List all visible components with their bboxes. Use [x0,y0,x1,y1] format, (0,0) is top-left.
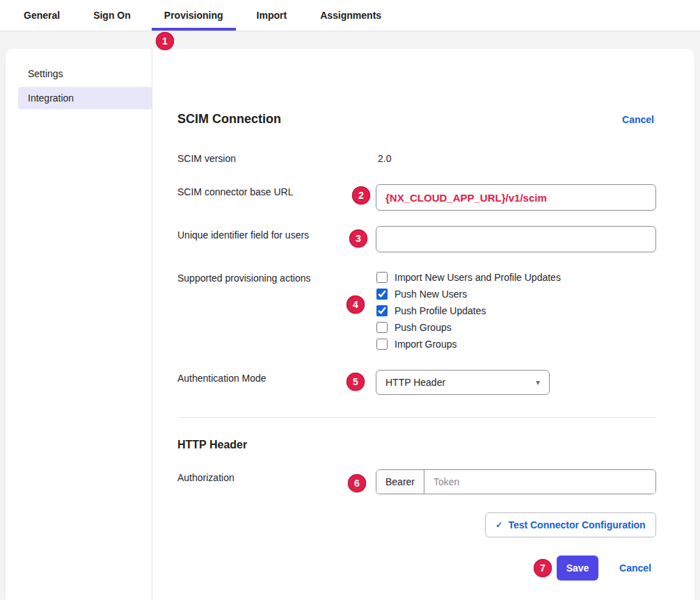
test-connector-label: Test Connector Configuration [508,519,645,530]
auth-mode-select[interactable]: HTTP Header ▾ [376,370,550,395]
screen: General Sign On Provisioning Import Assi… [0,0,700,600]
step-badge-3: 3 [349,229,367,248]
provisioning-card: Settings Integration SCIM Connection Can… [6,49,694,600]
tab-sign-on[interactable]: Sign On [81,0,143,31]
app-tab-bar: General Sign On Provisioning Import Assi… [0,0,700,31]
push-profile-updates-label[interactable]: Push Profile Updates [395,305,486,316]
http-header-section-title: HTTP Header [177,439,247,451]
action-row-push-new-users: Push New Users [376,287,467,301]
tab-general[interactable]: General [11,0,72,31]
unique-identifier-label: Unique identifier field for users [177,229,309,241]
sidebar-heading: Settings [28,68,63,79]
action-row-import-groups: Import Groups [376,337,456,351]
import-new-users-checkbox[interactable] [376,272,388,283]
auth-mode-selected-value: HTTP Header [385,377,445,388]
test-connector-configuration-button[interactable]: ✓ Test Connector Configuration [485,512,656,537]
step-badge-7: 7 [534,559,552,577]
provisioning-actions-label: Supported provisioning actions [177,273,310,284]
unique-identifier-input[interactable] [376,226,656,252]
base-url-input[interactable] [376,184,656,211]
scim-version-label: SCIM version [177,153,236,164]
auth-mode-label: Authentication Mode [177,373,267,384]
step-badge-4: 4 [347,295,365,314]
step-badge-5: 5 [347,373,365,391]
section-divider [177,417,656,418]
authorization-label: Authorization [177,472,234,483]
bearer-prefix: Bearer [376,470,424,494]
page-title: SCIM Connection [177,112,281,127]
import-new-users-label[interactable]: Import New Users and Profile Updates [395,272,561,283]
cancel-link-top[interactable]: Cancel [622,114,654,125]
import-groups-checkbox[interactable] [376,339,388,350]
sidebar-divider [152,49,152,600]
sidebar-item-label: Integration [28,92,74,104]
tab-import[interactable]: Import [244,0,300,31]
import-groups-label[interactable]: Import Groups [395,339,456,350]
action-row-push-profile-updates: Push Profile Updates [376,304,486,318]
tab-assignments[interactable]: Assignments [308,0,394,31]
push-groups-label[interactable]: Push Groups [395,322,452,333]
save-button[interactable]: Save [557,556,598,581]
step-badge-6: 6 [348,474,366,492]
base-url-label: SCIM connector base URL [177,186,294,197]
chevron-down-icon: ▾ [536,378,540,387]
token-input[interactable] [424,470,655,494]
push-new-users-checkbox[interactable] [376,289,388,300]
cancel-link-bottom[interactable]: Cancel [619,562,651,574]
sidebar-item-integration[interactable]: Integration [18,87,152,109]
step-badge-1: 1 [156,32,174,50]
step-badge-2: 2 [352,186,370,204]
push-groups-checkbox[interactable] [376,322,388,333]
tab-provisioning[interactable]: Provisioning [152,0,236,31]
authorization-field-group: Bearer [376,469,656,494]
scim-version-value: 2.0 [378,153,391,164]
push-new-users-label[interactable]: Push New Users [395,289,467,300]
action-row-push-groups: Push Groups [376,321,452,334]
action-row-import-new-users: Import New Users and Profile Updates [376,270,561,284]
check-icon: ✓ [495,520,502,530]
push-profile-updates-checkbox[interactable] [376,305,388,316]
